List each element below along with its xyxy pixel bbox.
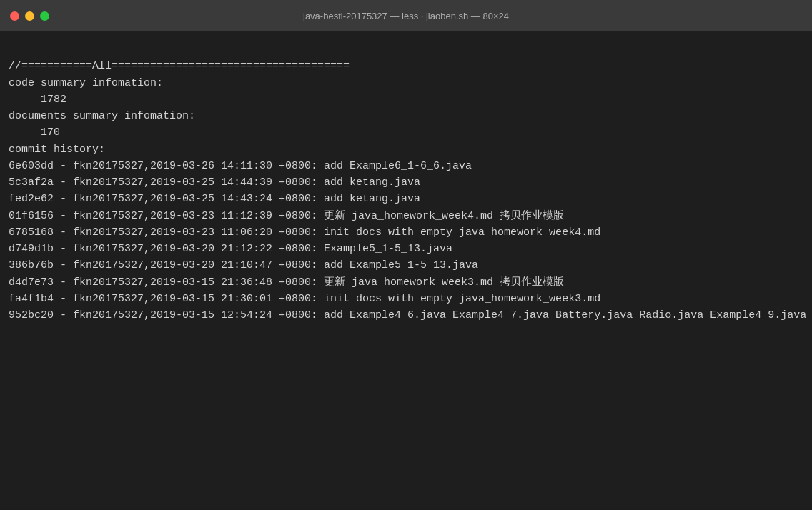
terminal-output[interactable]: //===========All========================… bbox=[0, 31, 812, 510]
title-bar: java-besti-20175327 — less · jiaoben.sh … bbox=[0, 0, 812, 31]
window-title: java-besti-20175327 — less · jiaoben.sh … bbox=[303, 11, 509, 21]
close-button[interactable] bbox=[10, 11, 19, 21]
maximize-button[interactable] bbox=[40, 11, 49, 21]
terminal-window: java-besti-20175327 — less · jiaoben.sh … bbox=[0, 0, 812, 510]
window-controls bbox=[10, 11, 49, 21]
minimize-button[interactable] bbox=[25, 11, 34, 21]
